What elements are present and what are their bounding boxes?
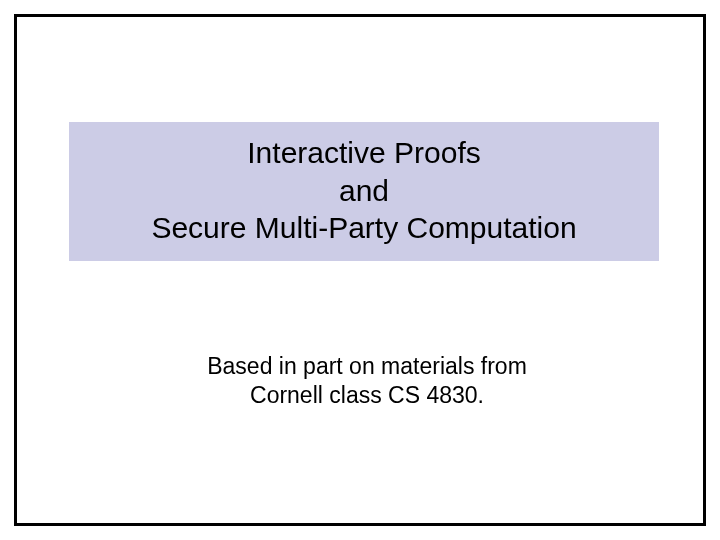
slide-subtitle-line-2: Cornell class CS 4830. [87, 381, 647, 410]
slide-frame: Interactive Proofs and Secure Multi-Part… [14, 14, 706, 526]
slide-subtitle-box: Based in part on materials from Cornell … [87, 352, 647, 410]
slide-title-box: Interactive Proofs and Secure Multi-Part… [69, 122, 659, 261]
slide-title-line-1: Interactive Proofs [79, 134, 649, 172]
slide-title-line-2: and [79, 172, 649, 210]
slide-subtitle-line-1: Based in part on materials from [87, 352, 647, 381]
slide-title-line-3: Secure Multi-Party Computation [79, 209, 649, 247]
